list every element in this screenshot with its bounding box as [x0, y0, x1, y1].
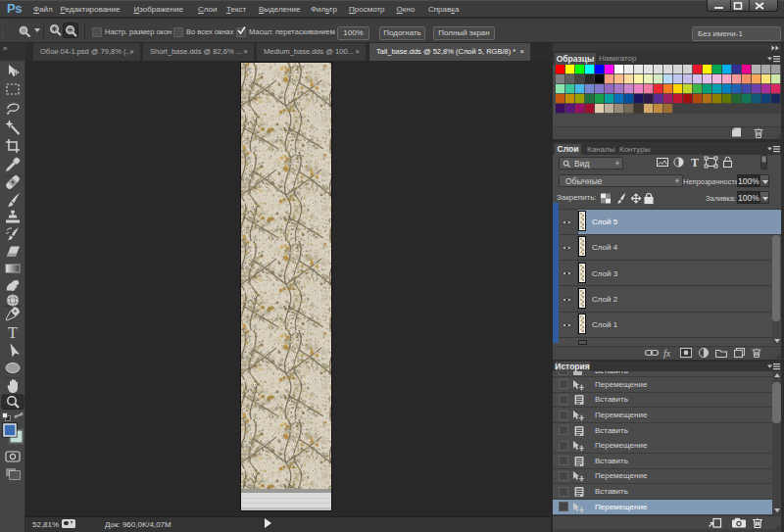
svg-text:T: T [691, 156, 699, 169]
svg-text:fx: fx [663, 348, 671, 359]
svg-text:T: T [8, 324, 18, 341]
